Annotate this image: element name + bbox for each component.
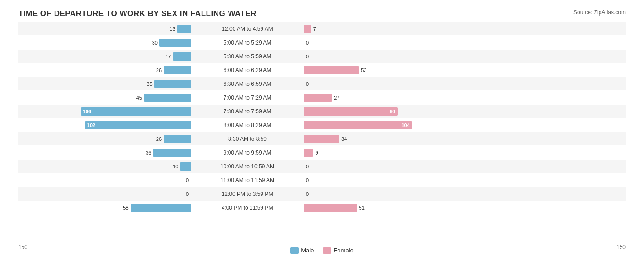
female-bar-value: 0 — [306, 164, 309, 169]
legend-male-box — [290, 247, 299, 254]
right-bar-area: 0 — [302, 80, 476, 88]
chart-row: 106 7:30 AM to 7:59 AM 90 — [18, 105, 626, 118]
left-bar-area: 102 — [18, 121, 192, 129]
axis-labels: 150 Male Female 150 — [18, 244, 626, 254]
time-label: 8:30 AM to 8:59 — [192, 136, 302, 142]
male-bar: 26 — [164, 135, 191, 143]
male-bar-value: 30 — [152, 40, 158, 45]
male-bar-value: 26 — [156, 136, 162, 142]
time-label: 10:00 AM to 10:59 AM — [192, 163, 302, 170]
male-bar-value: 13 — [169, 26, 175, 32]
chart-row: 58 4:00 PM to 11:59 PM 51 — [18, 201, 626, 214]
left-bar-area: 45 — [18, 94, 192, 102]
female-bar: 34 — [304, 135, 339, 143]
chart-row: 0 12:00 PM to 3:59 PM 0 — [18, 187, 626, 201]
right-bar-area: 51 — [302, 204, 476, 212]
chart-container: TIME OF DEPARTURE TO WORK BY SEX IN FALL… — [0, 0, 644, 273]
left-bar-area: 10 — [18, 162, 192, 171]
time-label: 9:00 AM to 9:59 AM — [192, 150, 302, 156]
female-bar-value: 0 — [306, 54, 309, 59]
chart-row: 17 5:30 AM to 5:59 AM 0 — [18, 50, 626, 63]
female-bar: 9 — [304, 149, 313, 157]
time-label: 7:30 AM to 7:59 AM — [192, 108, 302, 115]
chart-area: 13 12:00 AM to 4:59 AM 7 30 5:00 AM to 5… — [18, 22, 626, 242]
left-bar-area: 35 — [18, 80, 192, 88]
female-bar-value: 27 — [334, 95, 339, 100]
male-bar: 58 — [131, 204, 191, 212]
female-bar-value: 104 — [401, 123, 409, 128]
male-bar-value: 0 — [186, 191, 189, 197]
male-bar-value: 58 — [123, 205, 128, 211]
male-bar-value: 0 — [186, 178, 189, 183]
left-bar-area: 26 — [18, 135, 192, 143]
female-bar-value: 0 — [306, 81, 309, 87]
female-bar-value: 7 — [313, 26, 316, 32]
time-label: 5:30 AM to 5:59 AM — [192, 53, 302, 60]
male-bar: 102 — [85, 121, 191, 129]
female-bar: 51 — [304, 204, 357, 212]
female-bar-value: 0 — [306, 178, 309, 183]
left-bar-area: 58 — [18, 204, 192, 212]
time-label: 6:00 AM to 6:29 AM — [192, 67, 302, 73]
left-bar-area: 106 — [18, 107, 192, 116]
time-label: 12:00 PM to 3:59 PM — [192, 191, 302, 197]
female-bar: 90 — [304, 107, 398, 116]
female-bar: 27 — [304, 94, 332, 102]
male-bar-value: 26 — [156, 67, 162, 73]
chart-row: 36 9:00 AM to 9:59 AM 9 — [18, 146, 626, 159]
male-bar: 26 — [164, 66, 191, 74]
left-bar-area: 0 — [18, 190, 192, 198]
male-bar: 36 — [153, 149, 191, 157]
chart-row: 30 5:00 AM to 5:29 AM 0 — [18, 36, 626, 49]
right-bar-area: 90 — [302, 107, 476, 116]
chart-row: 45 7:00 AM to 7:29 AM 27 — [18, 91, 626, 104]
chart-row: 0 11:00 AM to 11:59 AM 0 — [18, 173, 626, 187]
right-bar-area: 0 — [302, 39, 476, 47]
male-bar-value: 36 — [146, 150, 151, 156]
female-bar-value: 51 — [359, 205, 365, 211]
male-bar-value: 102 — [87, 123, 95, 128]
male-bar: 106 — [81, 107, 191, 116]
chart-row: 10 10:00 AM to 10:59 AM 0 — [18, 160, 626, 173]
right-bar-area: 34 — [302, 135, 476, 143]
left-bar-area: 17 — [18, 52, 192, 61]
male-bar-value: 106 — [83, 109, 91, 114]
right-bar-area: 0 — [302, 52, 476, 61]
chart-title: TIME OF DEPARTURE TO WORK BY SEX IN FALL… — [18, 9, 626, 18]
male-bar-value: 17 — [165, 54, 171, 59]
right-bar-area: 104 — [302, 121, 476, 129]
right-bar-area: 53 — [302, 66, 476, 74]
left-bar-area: 0 — [18, 176, 192, 184]
left-bar-area: 26 — [18, 66, 192, 74]
female-bar-value: 0 — [306, 191, 309, 197]
male-bar-value: 35 — [147, 81, 152, 87]
chart-row: 13 12:00 AM to 4:59 AM 7 — [18, 22, 626, 35]
female-bar-value: 53 — [361, 67, 366, 73]
male-bar: 17 — [173, 52, 191, 61]
legend-male-label: Male — [301, 247, 314, 254]
legend-female: Female — [323, 247, 353, 254]
time-label: 11:00 AM to 11:59 AM — [192, 177, 302, 184]
male-bar-value: 10 — [173, 164, 178, 169]
time-label: 5:00 AM to 5:29 AM — [192, 39, 302, 46]
right-bar-area: 27 — [302, 94, 476, 102]
male-bar: 30 — [159, 39, 191, 47]
time-label: 4:00 PM to 11:59 PM — [192, 205, 302, 211]
legend: Male Female — [290, 247, 354, 254]
right-bar-area: 0 — [302, 190, 476, 198]
right-bar-area: 0 — [302, 162, 476, 171]
chart-row: 26 8:30 AM to 8:59 34 — [18, 132, 626, 145]
right-bar-area: 9 — [302, 149, 476, 157]
male-bar: 13 — [177, 25, 191, 33]
source-text: Source: ZipAtlas.com — [573, 9, 626, 16]
right-bar-area: 7 — [302, 25, 476, 33]
left-bar-area: 36 — [18, 149, 192, 157]
right-bar-area: 0 — [302, 176, 476, 184]
time-label: 8:00 AM to 8:29 AM — [192, 122, 302, 128]
left-bar-area: 13 — [18, 25, 192, 33]
time-label: 6:30 AM to 6:59 AM — [192, 81, 302, 87]
axis-right: 150 — [617, 244, 626, 254]
female-bar: 7 — [304, 25, 311, 33]
female-bar-value: 90 — [390, 109, 395, 114]
chart-row: 35 6:30 AM to 6:59 AM 0 — [18, 77, 626, 90]
